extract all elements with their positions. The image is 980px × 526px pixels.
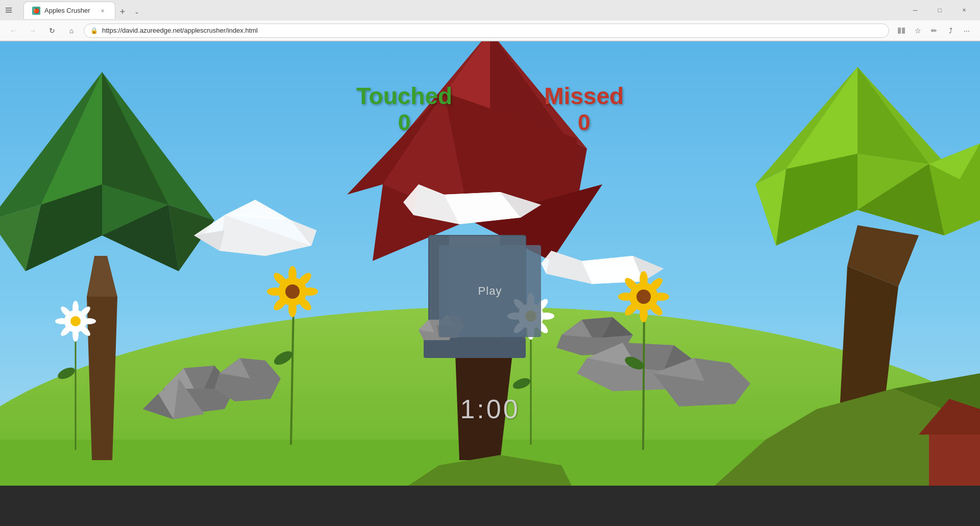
game-timer: 1:00 xyxy=(460,394,520,424)
new-tab-button[interactable]: + xyxy=(115,5,130,19)
svg-rect-3 xyxy=(898,28,901,34)
window-controls: ─ □ × xyxy=(903,0,976,20)
url-text: https://david.azureedge.net/applescrushe… xyxy=(102,27,258,34)
share-button[interactable]: ⤴ xyxy=(943,23,958,38)
svg-point-124 xyxy=(640,271,648,288)
svg-point-127 xyxy=(653,293,669,301)
favorites-button[interactable]: ☆ xyxy=(911,23,925,38)
svg-point-99 xyxy=(70,316,81,326)
svg-point-123 xyxy=(636,290,651,304)
address-bar: ← → ↻ ⌂ 🔒 https://david.azureedge.net/ap… xyxy=(0,20,980,41)
play-button[interactable]: Play xyxy=(439,245,541,337)
browser-tab-active[interactable]: 🍎 Apples Crusher × xyxy=(23,2,115,19)
tab-overflow-button[interactable]: ⌄ xyxy=(130,5,144,19)
reader-view-button[interactable] xyxy=(894,23,909,38)
svg-point-91 xyxy=(302,288,318,296)
security-icon: 🔒 xyxy=(90,27,98,34)
refresh-button[interactable]: ↻ xyxy=(45,23,59,38)
more-button[interactable]: ··· xyxy=(960,23,974,38)
url-bar[interactable]: 🔒 https://david.azureedge.net/applescrus… xyxy=(84,23,889,38)
svg-rect-2 xyxy=(6,12,12,13)
svg-point-126 xyxy=(618,293,634,301)
svg-rect-56 xyxy=(424,338,526,358)
svg-rect-1 xyxy=(6,10,12,11)
touched-label: Touched xyxy=(356,82,452,110)
minimize-button[interactable]: ─ xyxy=(903,0,927,20)
svg-point-101 xyxy=(72,327,79,342)
svg-marker-54 xyxy=(582,256,643,284)
missed-label: Missed xyxy=(544,82,624,110)
svg-point-103 xyxy=(82,318,96,324)
svg-point-88 xyxy=(288,266,297,282)
svg-point-100 xyxy=(72,301,79,315)
maximize-button[interactable]: □ xyxy=(928,0,951,20)
missed-score: Missed 0 xyxy=(544,82,624,135)
svg-rect-135 xyxy=(929,435,980,486)
tab-title: Apples Crusher xyxy=(44,7,90,14)
tab-close-button[interactable]: × xyxy=(99,7,107,15)
svg-rect-0 xyxy=(6,8,12,9)
play-label: Play xyxy=(478,284,502,298)
svg-point-125 xyxy=(640,306,648,322)
score-area: Touched 0 Missed 0 xyxy=(356,82,624,135)
svg-point-102 xyxy=(55,318,69,324)
tab-favicon: 🍎 xyxy=(32,7,40,15)
svg-point-89 xyxy=(288,301,297,317)
tab-bar: 🍎 Apples Crusher × + ⌄ xyxy=(19,2,899,19)
svg-rect-4 xyxy=(902,28,905,34)
missed-value: 0 xyxy=(544,110,624,135)
window-controls-left xyxy=(4,6,13,15)
back-button[interactable]: ← xyxy=(6,23,20,38)
pen-button[interactable]: ✏ xyxy=(927,23,941,38)
svg-point-87 xyxy=(285,284,300,299)
forward-button[interactable]: → xyxy=(26,23,40,38)
toolbar-right: ☆ ✏ ⤴ ··· xyxy=(894,23,974,38)
close-button[interactable]: × xyxy=(952,0,976,20)
browser-chrome: 🍎 Apples Crusher × + ⌄ ─ □ × ← → ↻ ⌂ 🔒 h… xyxy=(0,0,980,41)
svg-point-90 xyxy=(267,288,283,296)
browser-menu-icon[interactable] xyxy=(4,6,13,15)
touched-value: 0 xyxy=(356,110,452,135)
home-button[interactable]: ⌂ xyxy=(64,23,79,38)
svg-line-121 xyxy=(643,312,644,450)
touched-score: Touched 0 xyxy=(356,82,452,135)
game-viewport: Touched 0 Missed 0 Play 1:00 xyxy=(0,41,980,486)
title-bar: 🍎 Apples Crusher × + ⌄ ─ □ × xyxy=(0,0,980,20)
